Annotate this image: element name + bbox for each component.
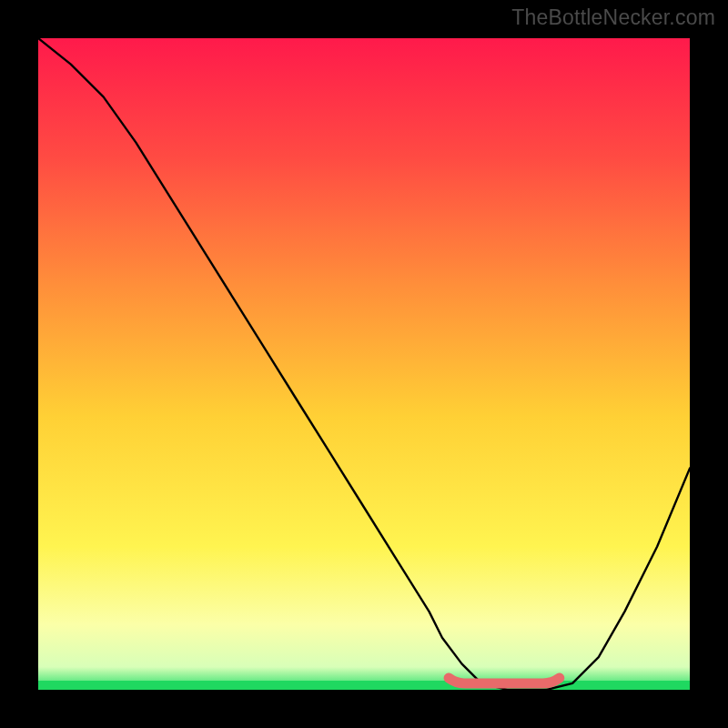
- gradient-background: [38, 38, 690, 690]
- chart-frame: TheBottleNecker.com: [0, 0, 728, 728]
- chart-plot: [38, 38, 690, 690]
- green-band: [38, 681, 690, 690]
- watermark-text: TheBottleNecker.com: [511, 5, 715, 30]
- highlight-segment: [449, 678, 560, 683]
